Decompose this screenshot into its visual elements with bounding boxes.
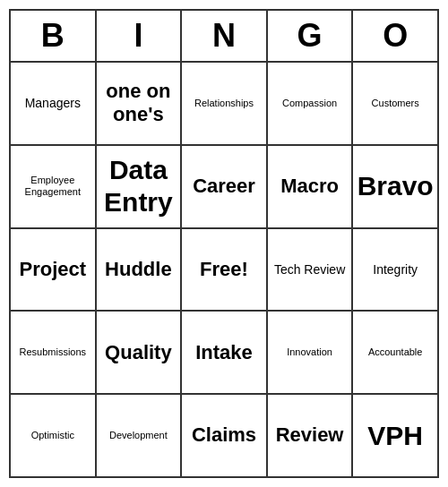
bingo-row: Employee EngagementData EntryCareerMacro…: [11, 146, 437, 229]
bingo-cell: Career: [182, 146, 268, 227]
bingo-cell: Data Entry: [97, 146, 183, 227]
bingo-cell: Optimistic: [11, 395, 97, 476]
bingo-cell: Accountable: [353, 312, 437, 393]
header-letter: B: [11, 11, 97, 61]
bingo-cell: Review: [268, 395, 354, 476]
bingo-card: BINGO Managersone on one'sRelationshipsC…: [9, 9, 439, 478]
header-letter: I: [97, 11, 183, 61]
bingo-cell: Development: [97, 395, 183, 476]
header-letter: N: [182, 11, 268, 61]
bingo-cell: Claims: [182, 395, 268, 476]
bingo-cell: Quality: [97, 312, 183, 393]
bingo-cell: Project: [11, 229, 97, 311]
bingo-grid: Managersone on one'sRelationshipsCompass…: [11, 63, 437, 476]
bingo-cell: Resubmissions: [11, 312, 97, 393]
bingo-cell: Customers: [353, 63, 437, 144]
bingo-cell: Free!: [182, 229, 268, 311]
bingo-cell: Compassion: [268, 63, 354, 144]
bingo-row: Managersone on one'sRelationshipsCompass…: [11, 63, 437, 146]
bingo-cell: Huddle: [97, 229, 183, 311]
bingo-cell: Managers: [11, 63, 97, 144]
bingo-cell: Employee Engagement: [11, 146, 97, 227]
bingo-cell: Integrity: [353, 229, 437, 311]
bingo-cell: Relationships: [182, 63, 268, 144]
bingo-cell: Innovation: [268, 312, 354, 393]
bingo-cell: Macro: [268, 146, 354, 227]
bingo-cell: Intake: [182, 312, 268, 393]
header-letter: O: [353, 11, 437, 61]
bingo-row: ResubmissionsQualityIntakeInnovationAcco…: [11, 312, 437, 395]
bingo-cell: Bravo: [353, 146, 437, 227]
bingo-header: BINGO: [11, 11, 437, 63]
bingo-cell: VPH: [353, 395, 437, 476]
bingo-row: ProjectHuddleFree!Tech ReviewIntegrity: [11, 229, 437, 312]
bingo-row: OptimisticDevelopmentClaimsReviewVPH: [11, 395, 437, 476]
bingo-cell: one on one's: [97, 63, 183, 144]
bingo-cell: Tech Review: [268, 229, 354, 311]
header-letter: G: [268, 11, 354, 61]
